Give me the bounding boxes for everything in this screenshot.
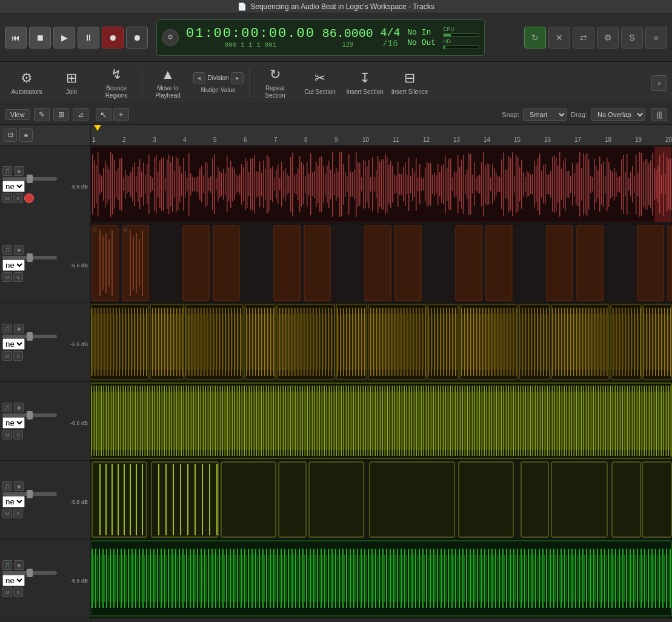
bpm-display[interactable]: 86.0000: [322, 27, 373, 41]
track-3-mute[interactable]: M: [2, 351, 12, 361]
svg-rect-346: [608, 162, 610, 207]
toolbar-repeat-section[interactable]: ↻ Repeat Section: [253, 65, 297, 101]
svg-rect-347: [610, 170, 611, 198]
track-5-dropdown[interactable]: ne: [2, 496, 25, 507]
settings2-button[interactable]: ⚙: [597, 27, 619, 48]
track-header-collapse-button[interactable]: ⊟: [4, 129, 17, 142]
svg-rect-75: [116, 171, 117, 197]
svg-rect-421: [611, 304, 641, 380]
svg-rect-241: [418, 178, 419, 191]
svg-rect-292: [510, 158, 511, 210]
svg-rect-169: [287, 173, 288, 195]
track-1-solo[interactable]: S: [13, 193, 23, 203]
track-2-solo[interactable]: S: [13, 272, 23, 282]
no-out-display[interactable]: No Out: [407, 38, 436, 47]
svg-rect-130: [216, 178, 217, 191]
track-lane-1[interactable]: // Dense vertical waveform lines for red…: [91, 145, 672, 224]
time-sig-top[interactable]: 4/4: [381, 27, 400, 39]
svg-rect-386: [304, 226, 330, 301]
meter-button[interactable]: |||: [651, 108, 667, 121]
svg-rect-153: [258, 172, 259, 196]
s-button[interactable]: S: [621, 27, 643, 48]
nudge-left-icon[interactable]: ◂: [193, 72, 205, 84]
track-4-fader[interactable]: [2, 413, 57, 417]
drag-select[interactable]: No Overlap Overlap: [591, 109, 645, 121]
rewind-button[interactable]: ⏮: [5, 27, 27, 48]
track-5-icon-2: ◉: [14, 481, 24, 491]
svg-rect-288: [503, 152, 504, 216]
zoom-tool-button[interactable]: ⊞: [53, 108, 69, 121]
track-lane-3[interactable]: [91, 303, 672, 382]
track-6-mute[interactable]: M: [2, 587, 12, 597]
svg-rect-225: [388, 164, 390, 204]
track-6-solo[interactable]: S: [13, 587, 23, 597]
track-list-button[interactable]: ≡: [19, 129, 33, 142]
track-4-dropdown[interactable]: ne: [2, 417, 25, 429]
pause-button[interactable]: ⏸: [78, 27, 99, 48]
track-5-fader[interactable]: [2, 492, 57, 496]
toolbar-insert-section[interactable]: ↧ Insert Section: [343, 65, 387, 101]
record-button[interactable]: ⏺: [102, 27, 124, 48]
svg-rect-414: [277, 304, 334, 380]
svg-text:9: 9: [334, 136, 338, 143]
track-2-mute[interactable]: M: [2, 272, 12, 282]
svg-rect-299: [523, 172, 524, 196]
svg-rect-109: [178, 158, 179, 210]
track-4-mute[interactable]: M: [2, 430, 12, 440]
toolbar-nudge-value[interactable]: ◂ Division ▸ Nudge Value: [191, 65, 245, 101]
track-1-fader[interactable]: [2, 177, 57, 181]
toolbar-bounce-regions[interactable]: ↯ Bounce Regions: [95, 65, 138, 101]
toolbar-move-to-playhead[interactable]: ▲ Move to Playhead: [146, 65, 190, 101]
svg-rect-301: [527, 171, 528, 197]
svg-rect-304: [532, 174, 533, 195]
track-lane-5[interactable]: [91, 461, 672, 540]
svg-rect-223: [385, 155, 386, 215]
filter-button[interactable]: ⊿: [73, 108, 88, 121]
no-in-display[interactable]: No In: [407, 28, 436, 37]
stop-button[interactable]: ⏹: [29, 27, 51, 48]
track-4-body: 🎵 ◉ ne -6.6 dB M S: [2, 403, 88, 440]
track-2-fader[interactable]: [2, 256, 57, 259]
svg-rect-307: [537, 158, 539, 210]
track-5-solo[interactable]: S: [13, 509, 23, 518]
track-6-dropdown[interactable]: ne: [2, 575, 25, 586]
track-5-mute[interactable]: M: [2, 509, 12, 518]
nudge-right-icon[interactable]: ▸: [231, 72, 244, 84]
svg-rect-309: [541, 171, 542, 198]
track-4-volume: -6.6 dB: [70, 420, 88, 426]
svg-rect-108: [176, 157, 177, 212]
toolbar-more-button[interactable]: »: [651, 75, 667, 91]
svg-rect-132: [219, 171, 221, 198]
pencil-tool-button[interactable]: ✎: [34, 108, 50, 121]
toolbar-automators[interactable]: ⚙ Automators: [5, 65, 48, 101]
track-3-fader[interactable]: [2, 335, 57, 338]
track-lane-6[interactable]: [91, 540, 672, 618]
track-lane-2[interactable]: 0 0: [91, 224, 672, 303]
svg-rect-190: [325, 173, 326, 195]
play-button[interactable]: ▶: [53, 27, 75, 48]
toolbar-cut-section[interactable]: ✂ Cut Section: [298, 65, 342, 101]
snap-select[interactable]: Smart Bar Beat Division Ticks: [523, 109, 567, 121]
track-1-mute[interactable]: M: [2, 193, 12, 203]
toolbar-insert-silence[interactable]: ⊟ Insert Silence: [388, 65, 431, 101]
pointer-tool-button[interactable]: ↖: [96, 108, 111, 121]
swap-button[interactable]: ⇄: [573, 27, 594, 48]
track-4-solo[interactable]: S: [13, 430, 23, 440]
svg-rect-353: [621, 159, 622, 210]
track-lane-4[interactable]: [91, 382, 672, 461]
sync-button[interactable]: ↻: [524, 27, 546, 48]
close-button[interactable]: ✕: [548, 27, 570, 48]
track-2-dropdown[interactable]: ne: [2, 259, 25, 271]
track-3-solo[interactable]: S: [13, 351, 23, 361]
track-3-dropdown[interactable]: ne: [2, 338, 25, 350]
track-1-dropdown[interactable]: ne: [2, 181, 25, 192]
svg-rect-78: [121, 158, 122, 211]
record-enable-button[interactable]: ⏺: [126, 27, 148, 48]
view-button[interactable]: View: [5, 109, 30, 120]
plus-tool-button[interactable]: +: [113, 108, 129, 121]
lcd-settings-button[interactable]: ⚙: [162, 29, 179, 46]
timecode-display[interactable]: 01:00:00:00.00: [186, 26, 315, 41]
more-transport-button[interactable]: »: [645, 27, 667, 48]
track-6-fader[interactable]: [2, 571, 57, 575]
toolbar-join[interactable]: ⊞ Join: [50, 65, 93, 101]
